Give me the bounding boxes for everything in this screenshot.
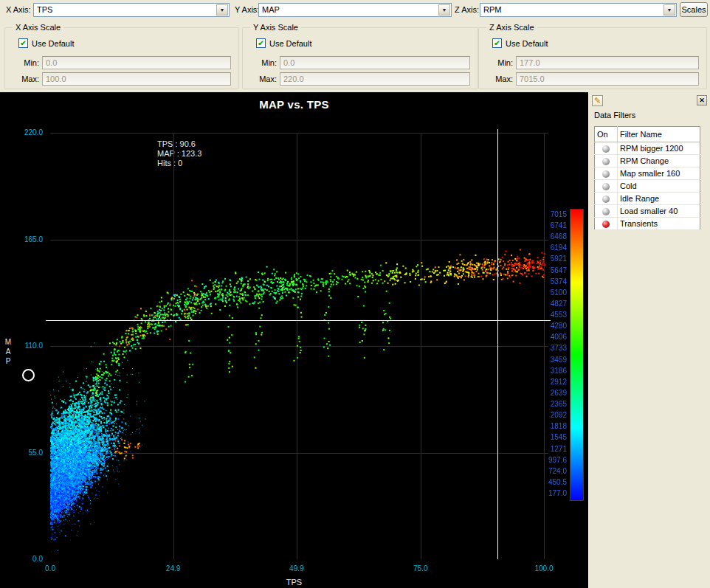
x-axis-title: TPS <box>0 578 588 587</box>
y-max-row: Max: <box>243 72 470 86</box>
y-tick-label: 55.0 <box>10 449 43 457</box>
filter-toggle-led-icon[interactable] <box>602 170 610 178</box>
filter-row: Transients <box>595 218 700 230</box>
z-use-default-label: Use Default <box>506 39 548 48</box>
filter-name[interactable]: Load smaller 40 <box>618 205 700 218</box>
scales-button[interactable]: Scales <box>680 2 708 17</box>
x-tick-label: 100.0 <box>525 564 562 573</box>
colorbar-tick-label: 5921 <box>524 255 567 263</box>
y-tick-label: 110.0 <box>10 342 43 350</box>
x-min-label: Min: <box>5 58 42 67</box>
edit-filters-icon[interactable]: ✎ <box>592 95 603 106</box>
colorbar-tick-label: 7015 <box>524 210 567 218</box>
filter-toggle-led-icon[interactable] <box>602 183 610 190</box>
y-tick-label: 165.0 <box>10 235 43 243</box>
filter-row: RPM Change <box>595 155 700 167</box>
filter-on-cell <box>595 155 618 167</box>
x-min-row: Min: <box>5 56 231 69</box>
colorbar-tick-label: 4280 <box>524 322 567 330</box>
colorbar-tick-label: 3459 <box>524 356 567 364</box>
z-axis-select[interactable]: RPM ▼ <box>480 3 677 17</box>
z-use-default-row: ✔ Use Default <box>492 38 548 48</box>
filter-name[interactable]: RPM Change <box>618 155 700 167</box>
x-axis-scale-panel: X Axis Scale ✔ Use Default Min: Max: <box>4 27 239 89</box>
y-axis-scale-title: Y Axis Scale <box>250 23 301 32</box>
axis-toolbar: X Axis: TPS ▼ Y Axis: MAP ▼ Z Axis: RPM … <box>0 0 710 21</box>
colorbar-tick-label: 5374 <box>524 277 567 286</box>
filter-toggle-led-icon[interactable] <box>602 221 610 228</box>
filter-toggle-led-icon[interactable] <box>602 145 610 153</box>
x-axis-dropdown-arrow-icon[interactable]: ▼ <box>216 4 228 15</box>
colorbar-tick-label: 6194 <box>524 243 567 252</box>
x-use-default-row: ✔ Use Default <box>18 38 74 48</box>
colorbar-tick-label: 3733 <box>524 344 567 352</box>
x-use-default-label: Use Default <box>32 39 74 48</box>
x-axis-select[interactable]: TPS ▼ <box>33 3 230 17</box>
y-use-default-row: ✔ Use Default <box>256 38 311 48</box>
colorbar-tick-label: 997.6 <box>524 456 567 464</box>
colorbar-tick-label: 724.0 <box>524 467 567 475</box>
y-axis-value: MAP <box>262 5 280 14</box>
y-axis-select[interactable]: MAP ▼ <box>258 3 452 17</box>
plot-canvas[interactable] <box>46 128 555 565</box>
x-axis-label: X Axis: <box>6 5 31 14</box>
z-axis-dropdown-arrow-icon[interactable]: ▼ <box>664 4 675 15</box>
colorbar-tick-label: 4553 <box>524 311 567 319</box>
filters-header-row: On Filter Name <box>595 127 700 142</box>
colorbar-tick-label: 1545 <box>524 433 567 441</box>
y-axis-dropdown-arrow-icon[interactable]: ▼ <box>438 4 450 15</box>
x-tick-label: 0.0 <box>32 564 69 573</box>
filters-col-on: On <box>595 127 618 142</box>
filter-toggle-led-icon[interactable] <box>602 196 610 203</box>
colorbar-tick-label: 450.5 <box>524 478 567 486</box>
data-filters-panel: ✎ ✕ Data Filters On Filter Name RPM bigg… <box>588 92 710 588</box>
colorbar-tick-label: 3186 <box>524 367 567 375</box>
chart-title: MAP vs. TPS <box>0 98 588 111</box>
colorbar-tick-label: 6468 <box>524 232 567 241</box>
y-max-input[interactable] <box>280 72 470 86</box>
z-axis-value: RPM <box>483 5 501 14</box>
x-max-input[interactable] <box>42 72 231 86</box>
filter-row: Cold <box>595 180 700 193</box>
z-max-row: Max: <box>479 72 699 86</box>
colorbar-tick-label: 1818 <box>524 422 567 430</box>
filter-name[interactable]: Map smaller 160 <box>618 167 700 180</box>
filters-panel-title: Data Filters <box>594 111 635 120</box>
filter-on-cell <box>595 218 618 230</box>
filter-on-cell <box>595 142 618 155</box>
colorbar-tick-label: 6741 <box>524 221 567 229</box>
close-panel-icon[interactable]: ✕ <box>697 95 707 106</box>
y-max-label: Max: <box>243 75 280 83</box>
filter-row: Load smaller 40 <box>595 205 700 218</box>
scatter-plot-area: MAP vs. TPS TPS : 90.6 MAP : 123.3 Hits … <box>0 92 588 588</box>
filter-on-cell <box>595 180 618 193</box>
scales-row: X Axis Scale ✔ Use Default Min: Max: Y A… <box>0 20 710 93</box>
x-tick-label: 49.9 <box>278 564 315 573</box>
filter-toggle-led-icon[interactable] <box>602 208 610 215</box>
x-min-input[interactable] <box>42 56 231 69</box>
y-use-default-checkbox[interactable]: ✔ <box>256 38 266 48</box>
colorbar-tick-label: 1271 <box>524 445 567 453</box>
z-min-input[interactable] <box>516 56 699 69</box>
filter-name[interactable]: Idle Range <box>618 193 700 205</box>
filter-row: RPM bigger 1200 <box>595 142 700 155</box>
colorbar-tick-label: 2092 <box>524 411 567 419</box>
colorbar-tick-label: 177.0 <box>524 489 567 497</box>
y-min-input[interactable] <box>280 56 470 69</box>
z-use-default-checkbox[interactable]: ✔ <box>492 38 502 48</box>
y-axis-label: Y Axis: <box>235 5 259 14</box>
filter-name[interactable]: RPM bigger 1200 <box>618 142 700 155</box>
x-tick-label: 24.9 <box>155 564 192 573</box>
z-max-input[interactable] <box>516 72 699 86</box>
x-use-default-checkbox[interactable]: ✔ <box>18 38 28 48</box>
filter-toggle-led-icon[interactable] <box>602 158 610 165</box>
filter-row: Map smaller 160 <box>595 167 700 180</box>
filters-col-name: Filter Name <box>618 127 700 142</box>
filter-row: Idle Range <box>595 193 700 205</box>
colorbar-tick-label: 5100 <box>524 288 567 297</box>
x-tick-label: 75.0 <box>402 564 439 573</box>
y-use-default-label: Use Default <box>269 39 311 48</box>
filter-name[interactable]: Cold <box>618 180 700 193</box>
z-max-label: Max: <box>479 75 516 83</box>
filter-name[interactable]: Transients <box>618 218 700 230</box>
